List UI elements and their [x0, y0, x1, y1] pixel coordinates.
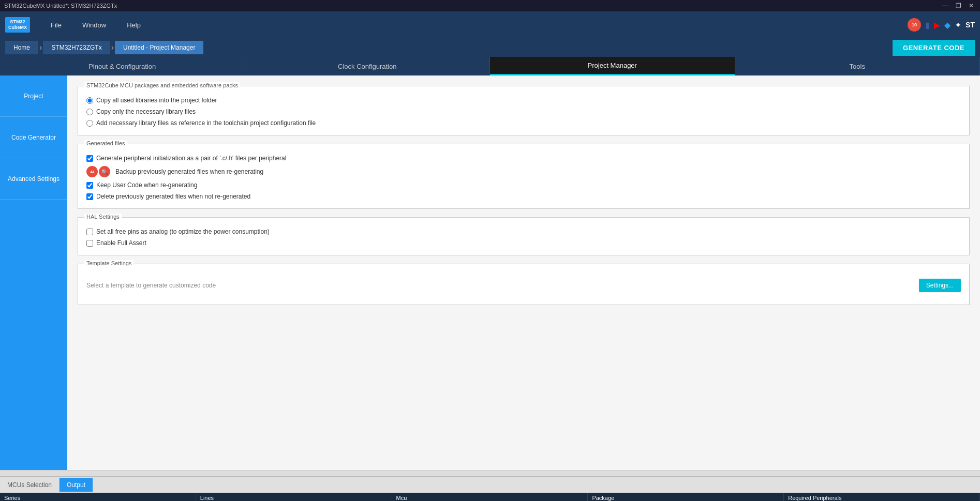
generated-checkbox-group: Generate peripheral initialization as a … [86, 155, 961, 200]
bottom-tab-output[interactable]: Output [60, 478, 93, 492]
twitter-icon[interactable]: ◆ [944, 20, 951, 30]
content-area: STM32Cube MCU packages and embedded soft… [67, 75, 980, 470]
hal-option-1[interactable]: Enable Full Assert [86, 239, 961, 247]
menu-file[interactable]: File [40, 11, 72, 38]
sidebar-item-advanced-settings[interactable]: Advanced Settings [0, 158, 67, 200]
search-badge[interactable]: 🔍 [99, 166, 110, 177]
bottom-tab-mcu-selection[interactable]: MCUs Selection [0, 478, 60, 492]
st-icon[interactable]: ST [966, 21, 975, 29]
title-bar: STM32CubeMX Untitled*: STM32H723ZGTx — ❐… [0, 0, 980, 11]
sidebar-item-code-generator[interactable]: Code Generator [0, 117, 67, 158]
sidebar-item-project[interactable]: Project [0, 75, 67, 117]
section-hal-title: HAL Settings [84, 214, 122, 220]
ai-badge[interactable]: AI [86, 166, 98, 177]
footer-col-series: Series [0, 493, 196, 501]
hal-check-1[interactable] [86, 240, 93, 247]
mcu-radio-group: Copy all used libraries into the project… [86, 97, 961, 127]
gen-option-0[interactable]: Generate peripheral initialization as a … [86, 155, 961, 162]
facebook-icon[interactable]: ▮ [925, 20, 930, 30]
section-mcu-packages: STM32Cube MCU packages and embedded soft… [78, 86, 970, 135]
mcu-option-0[interactable]: Copy all used libraries into the project… [86, 97, 961, 104]
footer-header: Series Lines Mcu Package Required Periph… [0, 493, 980, 501]
menu-help[interactable]: Help [116, 11, 151, 38]
gen-option-3[interactable]: Delete previously generated files when n… [86, 193, 961, 200]
section-template-settings: Template Settings Select a template to g… [78, 264, 970, 305]
restore-button[interactable]: ❐ [954, 2, 963, 9]
footer-col-lines: Lines [196, 493, 392, 501]
breadcrumb-home[interactable]: Home [5, 41, 38, 54]
gen-option-2[interactable]: Keep User Code when re-generating [86, 181, 961, 189]
tab-clock[interactable]: Clock Configuration [245, 57, 491, 75]
sidebar: Project Code Generator Advanced Settings [0, 75, 67, 470]
title-bar-text: STM32CubeMX Untitled*: STM32H723ZGTx [4, 3, 117, 9]
breadcrumb-arrow-1: › [39, 43, 42, 52]
tab-bar: Pinout & Configuration Clock Configurati… [0, 57, 980, 75]
settings-button[interactable]: Settings... [919, 279, 961, 292]
section-hal-settings: HAL Settings Set all free pins as analog… [78, 217, 970, 255]
generate-code-button[interactable]: GENERATE CODE [893, 40, 975, 56]
breadcrumb-project[interactable]: Untitled - Project Manager [115, 41, 203, 54]
menu-window[interactable]: Window [72, 11, 116, 38]
youtube-icon[interactable]: ▶ [934, 20, 940, 30]
tab-pinout[interactable]: Pinout & Configuration [0, 57, 245, 75]
mcu-radio-1[interactable] [86, 109, 93, 115]
hal-checkbox-group: Set all free pins as analog (to optimize… [86, 228, 961, 247]
menu-bar: STM32 CubeMX File Window Help 10 ▮ ▶ ◆ ✦… [0, 11, 980, 38]
close-button[interactable]: ✕ [967, 2, 976, 9]
logo: STM32 CubeMX [5, 17, 30, 33]
footer-col-mcu: Mcu [392, 493, 588, 501]
hal-option-0[interactable]: Set all free pins as analog (to optimize… [86, 228, 961, 235]
mcu-option-1[interactable]: Copy only the necessary library files [86, 108, 961, 115]
gen-check-0[interactable] [86, 155, 93, 162]
footer-col-package: Package [588, 493, 784, 501]
section-generated-files: Generated files Generate peripheral init… [78, 144, 970, 209]
section-generated-title: Generated files [84, 140, 127, 146]
horizontal-scrollbar[interactable] [0, 470, 980, 476]
footer-table: Series Lines Mcu Package Required Periph… [0, 493, 980, 501]
minimize-button[interactable]: — [940, 2, 951, 9]
template-placeholder-text: Select a template to generate customized… [86, 282, 216, 289]
tab-project-manager[interactable]: Project Manager [490, 57, 735, 75]
logo-area: STM32 CubeMX [5, 17, 30, 33]
section-mcu-title: STM32Cube MCU packages and embedded soft… [84, 82, 240, 88]
breadcrumb-mcu[interactable]: STM32H723ZGTx [43, 41, 110, 54]
breadcrumb-bar: Home › STM32H723ZGTx › Untitled - Projec… [0, 38, 980, 57]
template-inner: Select a template to generate customized… [86, 275, 961, 296]
social-icons: 10 ▮ ▶ ◆ ✦ ST [908, 18, 975, 32]
timer-badge: 10 [908, 18, 921, 32]
mcu-radio-2[interactable] [86, 120, 93, 127]
section-template-title: Template Settings [84, 260, 133, 266]
tab-tools[interactable]: Tools [735, 57, 981, 75]
hal-check-0[interactable] [86, 229, 93, 235]
bottom-tabs: MCUs Selection Output [0, 476, 980, 493]
title-bar-controls: — ❐ ✕ [940, 2, 976, 9]
mcu-option-2[interactable]: Add necessary library files as reference… [86, 119, 961, 127]
network-icon[interactable]: ✦ [955, 20, 961, 30]
gen-option-1[interactable]: AI 🔍 Backup previously generated files w… [86, 166, 961, 177]
mcu-radio-0[interactable] [86, 97, 93, 104]
footer-col-peripherals: Required Peripherals [784, 493, 980, 501]
menu-items: File Window Help [40, 11, 908, 38]
gen-check-3[interactable] [86, 193, 93, 200]
gen-check-2[interactable] [86, 182, 93, 189]
main-layout: Project Code Generator Advanced Settings… [0, 75, 980, 470]
breadcrumb-arrow-2: › [111, 43, 114, 52]
